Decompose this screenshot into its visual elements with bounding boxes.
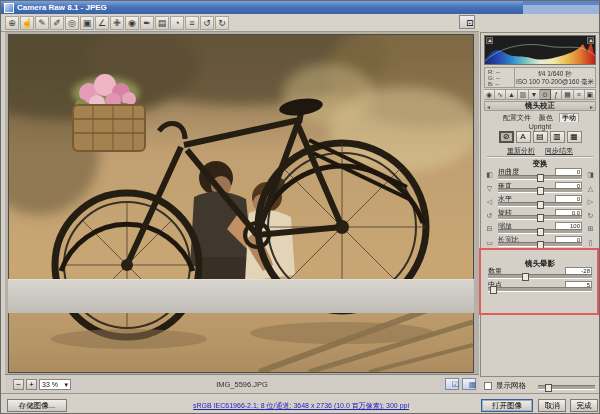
show-grid-checkbox[interactable] — [484, 382, 492, 390]
slider-left-icon[interactable]: ▭ — [483, 239, 496, 247]
targeted-adjustment-tool[interactable]: ◎ — [65, 16, 79, 30]
shadow-clipping-indicator[interactable] — [486, 37, 493, 44]
tool-icon: ✒ — [143, 18, 151, 28]
graduated-filter-tool[interactable]: ▤ — [155, 16, 169, 30]
slider-right-icon[interactable]: ↻ — [584, 212, 597, 220]
lens-subtab[interactable]: 配置文件 — [501, 113, 533, 122]
upright-level-button[interactable]: ▤ — [533, 131, 548, 143]
save-image-button[interactable]: 存储图像... — [7, 399, 67, 412]
slider-right-icon[interactable]: ▯ — [584, 239, 597, 247]
slider-thumb[interactable] — [537, 187, 544, 195]
slider-row: ▽ 垂直 0 △ — [483, 182, 597, 196]
radial-filter-tool[interactable]: ◔ — [170, 16, 184, 30]
rgb-row: B: -- — [488, 81, 514, 87]
spot-removal-tool[interactable]: ✙ — [110, 16, 124, 30]
slider-left-icon[interactable]: ⊟ — [483, 225, 496, 233]
panel-tab-icon: ▣ — [587, 91, 594, 98]
white-balance-tool[interactable]: ✎ — [35, 16, 49, 30]
slider-thumb[interactable] — [537, 214, 544, 222]
tab-camera-calibration[interactable]: ▦ — [562, 89, 573, 100]
slider-track[interactable] — [498, 229, 582, 234]
zoom-tool[interactable]: ⊕ — [5, 16, 19, 30]
toggle-fullscreen-button[interactable]: ⊡ — [459, 15, 475, 29]
color-sampler-tool[interactable]: ✐ — [50, 16, 64, 30]
tab-lens-corrections[interactable]: ⊙ — [540, 89, 551, 100]
grid-size-thumb[interactable] — [545, 384, 552, 392]
panel-tab-icon: ▼ — [530, 91, 537, 98]
slider-track[interactable] — [498, 175, 582, 180]
slider-track[interactable] — [498, 242, 582, 247]
tool-buttons: ⊕ ☝ ✎ ✐ ◎ ▣ ∠ ✙ ◉ ✒ ▤ ◔ — [5, 16, 229, 30]
grid-size-slider[interactable] — [538, 385, 595, 390]
panel-next-icon[interactable]: ▸ — [590, 103, 593, 111]
sync-results-link[interactable]: 同步结果 — [545, 146, 573, 156]
panel-header: ◂ 镜头校正 ▸ — [484, 101, 596, 111]
upright-mode-icon: ▥ — [553, 132, 561, 141]
bottom-bar: 存储图像... sRGB IEC61966-2.1; 8 位/通道; 3648 … — [1, 393, 600, 414]
histogram-plot — [485, 36, 595, 64]
tab-basic[interactable]: ◉ — [484, 89, 495, 100]
panel-tab-bar: ◉ ∿ ▲ ▥ ▼ ⊙ ƒ ▦ ≡ ▣ — [484, 89, 596, 100]
slider-track[interactable] — [488, 287, 592, 292]
rotate-right-button[interactable]: ↻ — [215, 16, 229, 30]
cancel-button[interactable]: 取消 — [538, 399, 566, 412]
straighten-tool[interactable]: ∠ — [95, 16, 109, 30]
tab-detail[interactable]: ▲ — [506, 89, 517, 100]
tab-tone-curve[interactable]: ∿ — [495, 89, 506, 100]
slider-right-icon[interactable]: ◨ — [584, 171, 597, 179]
window-title: Camera Raw 8.1 - JPEG — [17, 3, 107, 12]
histogram[interactable] — [484, 35, 596, 65]
done-button[interactable]: 完成 — [570, 399, 598, 412]
open-image-button[interactable]: 打开图像 — [481, 399, 533, 412]
slider-right-icon[interactable]: ⊞ — [584, 225, 597, 233]
panel-tab-icon: ≡ — [577, 91, 581, 98]
tab-hsl-grayscale[interactable]: ▥ — [518, 89, 529, 100]
panel-prev-icon[interactable]: ◂ — [487, 103, 490, 111]
image-info-link[interactable]: sRGB IEC61966-2.1; 8 位/通道; 3648 x 2736 (… — [193, 401, 409, 411]
slider-left-icon[interactable]: ↺ — [483, 212, 496, 220]
slider-track[interactable] — [498, 215, 582, 220]
upright-full-button[interactable]: ▦ — [567, 131, 582, 143]
lens-subtab[interactable]: 手动 — [559, 113, 579, 122]
app-icon — [4, 3, 14, 13]
upright-mode-icon: ▤ — [536, 132, 544, 141]
red-eye-removal-tool[interactable]: ◉ — [125, 16, 139, 30]
slider-track[interactable] — [498, 202, 582, 207]
fullscreen-preview-button[interactable]: ▦ — [462, 378, 476, 390]
photo-preview[interactable] — [8, 34, 474, 373]
upright-off-button[interactable]: ⊘ — [499, 131, 514, 143]
lens-subtab[interactable]: 颜色 — [537, 113, 555, 122]
tool-icon: ◉ — [128, 18, 136, 28]
slider-thumb[interactable] — [537, 201, 544, 209]
upright-vertical-button[interactable]: ▥ — [550, 131, 565, 143]
adjustment-brush-tool[interactable]: ✒ — [140, 16, 154, 30]
slider-left-icon[interactable]: ▽ — [483, 185, 496, 193]
slider-left-icon[interactable]: ◁ — [483, 198, 496, 206]
slider-thumb[interactable] — [522, 273, 529, 281]
tab-split-toning[interactable]: ▼ — [529, 89, 540, 100]
crop-tool[interactable]: ▣ — [80, 16, 94, 30]
slider-thumb[interactable] — [490, 286, 497, 294]
slider-track[interactable] — [498, 188, 582, 193]
slider-thumb[interactable] — [537, 174, 544, 182]
iso-lens-info: ISO 100 70-200@160 毫米 — [515, 78, 595, 86]
slider-right-icon[interactable]: △ — [584, 185, 597, 193]
hand-tool[interactable]: ☝ — [20, 16, 34, 30]
panel-tab-icon: ƒ — [554, 91, 558, 98]
slider-right-icon[interactable]: ▷ — [584, 198, 597, 206]
reanalyze-link[interactable]: 重新分析 — [507, 146, 535, 156]
highlight-clipping-indicator[interactable] — [587, 37, 594, 44]
tab-effects[interactable]: ƒ — [551, 89, 562, 100]
slider-thumb[interactable] — [537, 241, 544, 249]
slider-track[interactable] — [488, 274, 592, 279]
title-bar[interactable]: Camera Raw 8.1 - JPEG — [1, 1, 523, 14]
slider-left-icon[interactable]: ◧ — [483, 171, 496, 179]
upright-auto-button[interactable]: A — [516, 131, 531, 143]
tab-snapshots[interactable]: ▣ — [585, 89, 596, 100]
tab-presets[interactable]: ≡ — [574, 89, 585, 100]
preview-toggle-button[interactable]: ☑ — [445, 378, 459, 390]
preferences-button[interactable]: ≡ — [185, 16, 199, 30]
slider-thumb[interactable] — [537, 228, 544, 236]
tool-icon: ⊕ — [8, 18, 16, 28]
rotate-left-button[interactable]: ↺ — [200, 16, 214, 30]
